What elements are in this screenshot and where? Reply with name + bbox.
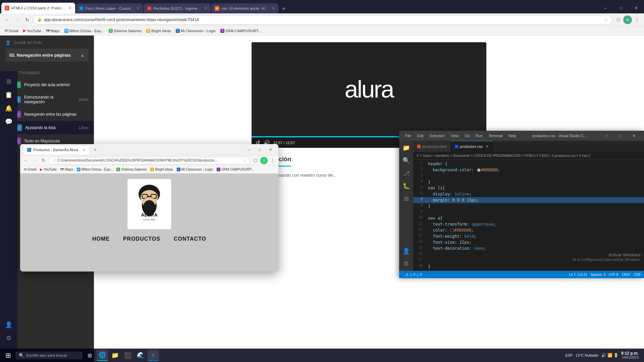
fw-bk-classroom[interactable]: C Mi Classroom - Login xyxy=(175,166,215,173)
refresh-button[interactable]: ↻ xyxy=(23,15,32,24)
maps-label: Maps xyxy=(51,29,60,33)
rail-icon-5[interactable]: 👤 xyxy=(5,321,12,328)
fw-restore[interactable]: □ xyxy=(254,145,265,155)
nav-contacto[interactable]: CONTACTO xyxy=(174,236,206,242)
fw-minimize[interactable]: ─ xyxy=(244,145,254,155)
nav-home[interactable]: HOME xyxy=(92,236,110,242)
saberes-label: Sistema Saberes xyxy=(114,29,142,33)
vsc-act-account[interactable]: 👤 xyxy=(401,246,411,256)
tab-3-close[interactable]: ✕ xyxy=(204,6,207,11)
fw-bk-saberes[interactable]: S Sistema Saberes xyxy=(115,166,148,173)
tab-4-close[interactable]: ✕ xyxy=(272,6,275,11)
bookmark-srm[interactable]: S SRM CAMPUSVIRT... xyxy=(218,27,263,35)
vsc-status-git[interactable]: ⎇ ⚠ 0 △ 0 xyxy=(402,271,424,278)
vsc-tab-html-icon xyxy=(417,145,421,148)
rail-icon-6[interactable]: ⚙ xyxy=(6,335,11,342)
vsc-menu-file[interactable]: File xyxy=(402,133,414,138)
fw-bk-youtube[interactable]: ▶ YouTube xyxy=(38,166,58,173)
vsc-act-settings[interactable]: ⚙ xyxy=(402,259,410,269)
browser-titlebar: A HTML5 y CSS3 parte 2: Posicion... ✕ F … xyxy=(0,0,644,13)
vsc-menu-selection[interactable]: Selection xyxy=(427,133,447,138)
url-bar[interactable]: 🔒 app.aluracursos.com/course/html5-css3-… xyxy=(33,15,612,24)
vsc-act-extensions[interactable]: ⊞ xyxy=(402,194,410,204)
task-view-button[interactable]: ⊞ xyxy=(84,350,95,361)
fw-bk-milton[interactable]: M Milton Ochoa - Exp... xyxy=(75,166,114,173)
rail-icon-1[interactable]: ⊞ xyxy=(6,78,11,85)
fw-bk-maps[interactable]: 🗺 Maps xyxy=(59,166,74,173)
vsc-close[interactable]: ✕ xyxy=(627,131,641,140)
vsc-tab-css-close[interactable]: ✕ xyxy=(486,144,489,149)
fw-url-bar[interactable]: 📄 C:/Users/escritorio/Documents/LOGICA%2… xyxy=(48,157,250,164)
fw-bk-gmail[interactable]: ✉ Gmail xyxy=(22,166,38,173)
tab-2[interactable]: F Foro | Alura Latam - Cursos onli... ✕ xyxy=(76,3,143,13)
tab-1[interactable]: A HTML5 y CSS3 parte 2: Posicion... ✕ xyxy=(1,3,75,13)
rail-icon-2[interactable]: 📋 xyxy=(5,91,12,99)
fw-close[interactable]: ✕ xyxy=(265,145,276,155)
taskbar-chrome[interactable]: 🌐 xyxy=(97,350,108,361)
barbershop-logo: ALURA ESTD 2020 xyxy=(127,179,171,231)
tab-1-close[interactable]: ✕ xyxy=(68,6,72,10)
fw-back[interactable]: ← xyxy=(22,157,30,164)
bookmark-youtube[interactable]: ▶ YouTube xyxy=(21,27,43,35)
vsc-act-search[interactable]: 🔍 xyxy=(401,156,411,166)
back-button[interactable]: ← xyxy=(3,15,11,24)
vsc-act-git[interactable]: ⎇ xyxy=(401,168,411,178)
vsc-act-explorer[interactable]: 📁 xyxy=(401,143,411,153)
vsc-git-icon: ⎇ xyxy=(405,273,409,277)
fw-bk-bright[interactable]: B Bright Ideas xyxy=(149,166,174,173)
bookmark-gmail[interactable]: ✉ Gmail xyxy=(3,27,20,35)
bookmark-brightideas[interactable]: B Bright Ideas xyxy=(144,27,173,35)
fw-refresh[interactable]: ↻ xyxy=(40,157,47,164)
current-lesson[interactable]: 02. Navegación entre páginas ▲ xyxy=(5,49,89,62)
fw-more[interactable]: ⋮ xyxy=(269,157,276,164)
tab-4[interactable]: M <a>: El elemento ancla - HTML:... ✕ xyxy=(211,3,278,13)
code-line-4: } xyxy=(425,179,644,185)
browser-tabs: A HTML5 y CSS3 parte 2: Posicion... ✕ F … xyxy=(1,3,598,13)
vsc-menu-go[interactable]: Go xyxy=(462,133,473,138)
vsc-tab-html[interactable]: productos.html xyxy=(413,141,451,152)
taskbar-vscode[interactable]: ● xyxy=(148,350,159,361)
fw-profile[interactable]: U xyxy=(260,157,268,164)
maximize-button[interactable]: □ xyxy=(613,3,629,13)
code-line-2: background-color: #BBBBBB; xyxy=(425,167,644,173)
profile-button[interactable]: A xyxy=(623,15,632,24)
vsc-menu-run[interactable]: Run xyxy=(473,133,485,138)
vsc-menu-help[interactable]: Help xyxy=(506,133,519,138)
taskbar-files[interactable]: 📁 xyxy=(109,350,121,361)
extensions-button[interactable]: ⬡ xyxy=(614,15,623,24)
bookmark-saberes[interactable]: S Sistema Saberes xyxy=(107,27,144,35)
tab-2-close[interactable]: ✕ xyxy=(136,6,140,11)
rail-icon-4[interactable]: 💬 xyxy=(5,118,12,125)
minimize-button[interactable]: ─ xyxy=(598,3,613,13)
bookmark-classroom[interactable]: C Mi Classroom - Login xyxy=(174,27,218,35)
vsc-menu-terminal[interactable]: Terminal xyxy=(486,133,505,138)
forward-button[interactable]: → xyxy=(13,15,21,24)
close-button[interactable]: ✕ xyxy=(629,3,644,13)
vsc-body: 📁 🔍 ⎇ 🐛 ⊞ 👤 ⚙ productos.html xyxy=(399,141,644,271)
bookmark-milton[interactable]: M Milton Ochoa - Exp... xyxy=(62,27,106,35)
search-bar[interactable]: 🔍 Escribe aquí para buscar xyxy=(15,352,83,359)
menu-button[interactable]: ⋮ xyxy=(633,15,641,24)
vsc-maximize[interactable]: □ xyxy=(614,131,627,140)
fw-add-tab[interactable]: + xyxy=(92,146,99,154)
taskbar-edge[interactable]: 🌊 xyxy=(135,350,146,361)
tab-3[interactable]: R Recibidos (8.027) - ingenierasgr... ✕ xyxy=(144,3,211,13)
vsc-minimize[interactable]: ─ xyxy=(600,131,614,140)
tab-2-title: Foro | Alura Latam - Cursos onli... xyxy=(86,6,135,10)
fw-bk-srm[interactable]: S SRM CAMPUSVIRT... xyxy=(215,166,256,173)
nav-productos[interactable]: PRODUCTOS xyxy=(123,236,160,242)
taskbar-terminal[interactable]: ⬛ xyxy=(122,350,133,361)
bookmark-maps[interactable]: 🗺 Maps xyxy=(44,27,62,35)
add-tab-button[interactable]: + xyxy=(279,4,288,13)
fw-tab-active[interactable]: P Productos - BarberÃa Alura ✕ xyxy=(23,145,90,155)
vsc-menu-edit[interactable]: Edit xyxy=(415,133,426,138)
fw-tab-close[interactable]: ✕ xyxy=(82,148,85,152)
fw-forward[interactable]: → xyxy=(31,157,38,164)
barbershop-svg: ALURA ESTD 2020 xyxy=(127,179,171,229)
vsc-tab-css[interactable]: productos.css ✕ xyxy=(451,141,493,152)
fw-extensions[interactable]: ⬡ xyxy=(252,157,259,164)
vsc-menu-view[interactable]: View xyxy=(448,133,462,138)
start-button[interactable]: ⊞ xyxy=(2,349,14,361)
rail-icon-3[interactable]: 🔔 xyxy=(5,105,12,112)
vsc-act-debug[interactable]: 🐛 xyxy=(401,181,411,191)
